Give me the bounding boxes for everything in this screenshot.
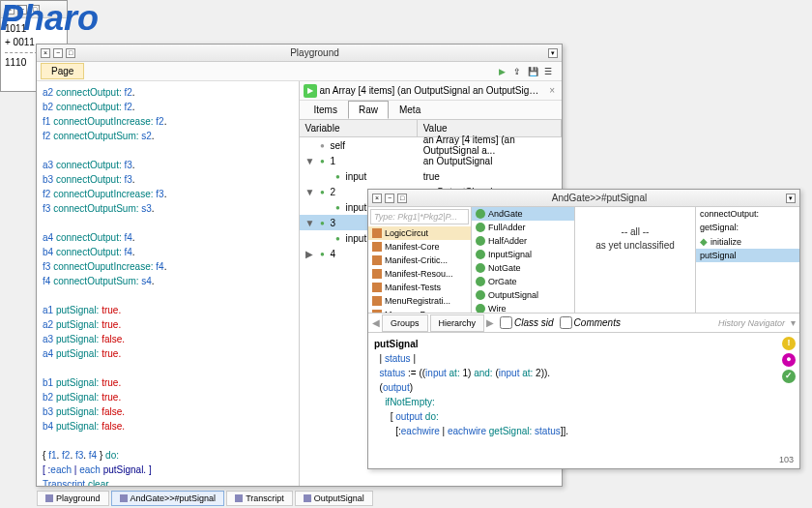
inspector-row[interactable]: ▼● 1an OutputSignal bbox=[300, 153, 563, 168]
taskbar: Playground AndGate>>#putSignal Transcrip… bbox=[37, 491, 373, 506]
method-item[interactable]: ◆initialize bbox=[696, 234, 799, 249]
doit-icon[interactable]: ▶ bbox=[496, 66, 508, 77]
publish-icon[interactable]: ⇪ bbox=[511, 66, 523, 77]
menu-icon[interactable]: ▾ bbox=[786, 194, 796, 203]
history-navigator[interactable]: History Navigator bbox=[718, 318, 785, 328]
playground-titlebar[interactable]: × − □ Playground ▾ bbox=[37, 45, 562, 62]
menu-icon[interactable]: ▾ bbox=[548, 48, 558, 58]
class-item[interactable]: OrGate bbox=[472, 275, 574, 288]
class-item[interactable]: Wire bbox=[472, 302, 574, 313]
class-item[interactable]: AndGate bbox=[472, 207, 574, 221]
accept-icon[interactable]: ✓ bbox=[782, 370, 796, 383]
save-icon[interactable]: 💾 bbox=[527, 66, 538, 77]
page-tab[interactable]: Page bbox=[41, 63, 84, 79]
package-item[interactable]: Manifest-Tests bbox=[368, 281, 471, 294]
method-item[interactable]: putSignal bbox=[696, 249, 799, 262]
package-search-input[interactable]: Type: Pkg1|*Pkg2|P... bbox=[370, 209, 469, 224]
close-icon[interactable]: × bbox=[372, 194, 382, 203]
code-line: b2 putSignal: true. bbox=[43, 390, 293, 404]
circle-icon: ● bbox=[333, 232, 344, 244]
circle-icon: ● bbox=[333, 170, 344, 182]
source-line: putSignal bbox=[374, 337, 794, 351]
taskbar-tab[interactable]: AndGate>>#putSignal bbox=[111, 491, 225, 506]
inspector-tab-meta[interactable]: Meta bbox=[389, 101, 431, 119]
tree-toggle-icon[interactable]: ▼ bbox=[305, 218, 315, 228]
code-line: b4 connectOutput: f4. bbox=[43, 245, 293, 259]
code-line: a4 connectOutput: f4. bbox=[43, 230, 293, 245]
method-pane: connectOutput:getSignal:◆initializeputSi… bbox=[696, 207, 799, 313]
class-icon bbox=[476, 290, 485, 300]
package-item[interactable]: MenuRegistrati... bbox=[368, 294, 471, 308]
package-icon bbox=[372, 242, 382, 252]
class-icon bbox=[476, 250, 485, 259]
tree-toggle-icon[interactable]: ▼ bbox=[305, 156, 315, 166]
doit-icon[interactable]: ▶ bbox=[304, 84, 317, 98]
code-line: f3 connectOutputSum: s3. bbox=[43, 201, 293, 216]
right-arrow-icon[interactable]: ▶ bbox=[486, 317, 494, 328]
package-item[interactable]: LogicCircut bbox=[368, 226, 471, 240]
source-line: status := ((input at: 1) and: (input at:… bbox=[374, 366, 794, 380]
code-line: f2 connectOuputIncrease: f3. bbox=[43, 187, 293, 201]
tab-groups[interactable]: Groups bbox=[382, 314, 428, 332]
code-line: b3 putSignal: false. bbox=[43, 404, 293, 419]
taskbar-tab[interactable]: Transcript bbox=[226, 491, 293, 506]
browser-titlebar[interactable]: × − □ AndGate>>#putSignal ▾ bbox=[368, 190, 799, 207]
class-item[interactable]: FullAdder bbox=[472, 221, 574, 234]
class-item[interactable]: OutputSignal bbox=[472, 288, 574, 302]
tab-hierarchy[interactable]: Hierarchy bbox=[430, 314, 485, 332]
senders-icon[interactable]: ● bbox=[782, 353, 796, 367]
class-icon bbox=[476, 223, 485, 232]
package-icon bbox=[372, 269, 382, 279]
playground-title: Playground bbox=[81, 47, 548, 58]
column-variable[interactable]: Variable bbox=[300, 120, 418, 136]
code-line bbox=[43, 143, 293, 158]
tree-toggle-icon[interactable]: ▶ bbox=[305, 249, 315, 259]
maximize-icon[interactable]: □ bbox=[397, 194, 407, 203]
class-side-checkbox[interactable]: Class sid bbox=[500, 316, 554, 329]
class-icon bbox=[476, 263, 485, 273]
maximize-icon[interactable]: □ bbox=[66, 48, 75, 58]
method-item[interactable]: connectOutput: bbox=[696, 207, 799, 221]
package-icon bbox=[372, 310, 382, 313]
playground-code-editor[interactable]: a2 connectOutput: f2.b2 connectOutput: f… bbox=[37, 81, 300, 486]
inspector-tab-raw[interactable]: Raw bbox=[348, 101, 389, 119]
package-item[interactable]: Manifest-Critic... bbox=[368, 254, 471, 267]
unclassified-label[interactable]: as yet unclassified bbox=[575, 240, 695, 251]
inspector-row[interactable]: ● selfan Array [4 items] (an OutputSigna… bbox=[300, 137, 563, 153]
close-icon[interactable]: × bbox=[546, 85, 558, 96]
tree-toggle-icon[interactable]: ▼ bbox=[305, 187, 315, 197]
package-item[interactable]: Manifest-Resou... bbox=[368, 267, 471, 281]
dropdown-icon[interactable]: ▾ bbox=[791, 317, 796, 328]
inspector-row[interactable]: ● inputtrue bbox=[300, 168, 563, 184]
inspector-tab-items[interactable]: Items bbox=[304, 101, 348, 119]
code-line: f1 connectOuputIncrease: f2. bbox=[43, 114, 293, 129]
code-line: b4 putSignal: false. bbox=[43, 419, 293, 433]
class-pane: AndGateFullAdderHalfAdderInputSignalNotG… bbox=[472, 207, 575, 313]
code-line bbox=[43, 288, 293, 303]
warn-icon[interactable]: ! bbox=[782, 337, 796, 350]
taskbar-tab[interactable]: Playground bbox=[37, 491, 109, 506]
left-arrow-icon[interactable]: ◀ bbox=[372, 317, 380, 328]
package-item[interactable]: MessageBrows... bbox=[368, 308, 471, 313]
code-line bbox=[43, 361, 293, 375]
all-label[interactable]: -- all -- bbox=[575, 226, 695, 237]
source-editor[interactable]: putSignal | status | status := ((input a… bbox=[368, 333, 799, 468]
code-line: a3 connectOutput: f3. bbox=[43, 158, 293, 172]
circle-icon: ● bbox=[317, 186, 329, 197]
comments-checkbox[interactable]: Comments bbox=[560, 316, 621, 329]
method-item[interactable]: getSignal: bbox=[696, 221, 799, 234]
close-icon[interactable]: × bbox=[41, 48, 50, 58]
package-icon bbox=[372, 228, 382, 238]
minimize-icon[interactable]: − bbox=[385, 194, 394, 203]
minimize-icon[interactable]: − bbox=[53, 48, 63, 58]
class-item[interactable]: HalfAdder bbox=[472, 234, 574, 248]
taskbar-tab[interactable]: OutputSignal bbox=[295, 491, 373, 506]
browser-window: × − □ AndGate>>#putSignal ▾ Type: Pkg1|*… bbox=[367, 189, 800, 469]
class-item[interactable]: NotGate bbox=[472, 261, 574, 275]
code-line: [ :each | each putSignal. ] bbox=[43, 463, 293, 477]
breadcrumb-label[interactable]: an Array [4 items] (an OutputSignal an O… bbox=[320, 85, 544, 96]
class-item[interactable]: InputSignal bbox=[472, 248, 574, 261]
code-line: a2 putSignal: true. bbox=[43, 317, 293, 332]
package-item[interactable]: Manifest-Core bbox=[368, 240, 471, 254]
share-icon[interactable]: ☰ bbox=[542, 66, 554, 77]
